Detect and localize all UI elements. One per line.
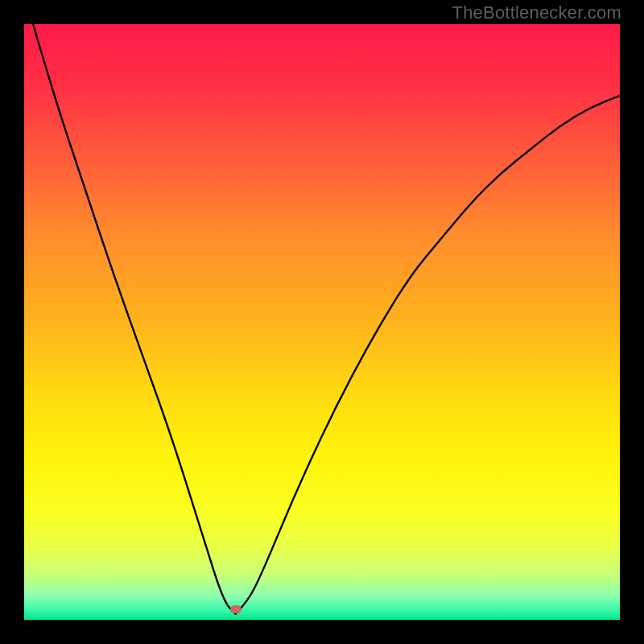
chart-frame: TheBottlenecker.com bbox=[0, 0, 644, 644]
minimum-marker bbox=[230, 605, 242, 613]
bottleneck-curve bbox=[24, 24, 620, 620]
plot-area bbox=[24, 24, 620, 620]
watermark-text: TheBottlenecker.com bbox=[452, 2, 621, 23]
